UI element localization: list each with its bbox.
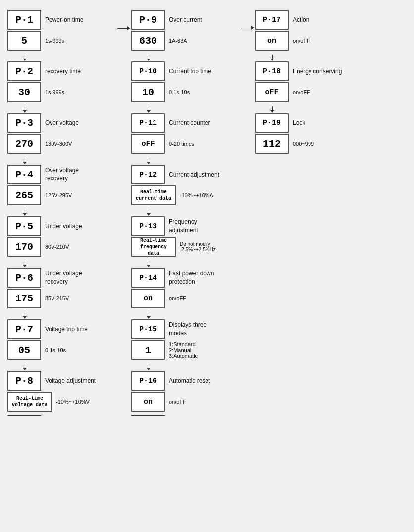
- p3-arrow: [7, 157, 116, 165]
- p15-value: 1: [145, 345, 151, 356]
- p5-range: 80V-210V: [45, 244, 69, 250]
- param-p17: P·17 Action on on/oFF: [255, 10, 364, 51]
- p9-value-box: 630: [131, 31, 165, 51]
- p7-desc: Voltage trip time: [45, 325, 88, 334]
- p11-arrow: [131, 157, 240, 165]
- p8-desc: Voltage adjustment: [45, 377, 96, 385]
- p13-arrow: [131, 260, 240, 268]
- p11-range: 0-20 times: [169, 141, 194, 147]
- param-p3: P·3 Over voltage 270 130V-300V: [7, 113, 116, 154]
- p4-label: P·4: [15, 169, 33, 180]
- p10-arrow: [131, 105, 240, 113]
- p13-value: Real-time frequency data: [133, 237, 174, 257]
- p5-value: 170: [15, 241, 33, 253]
- p18-arrow: [255, 105, 364, 113]
- p12-desc: Current adjustment: [169, 171, 219, 179]
- p16-label: P·16: [139, 377, 157, 385]
- p1-arrow: [7, 54, 116, 61]
- p13-range: Do not modify -2.5%~+2.5%Hz: [180, 241, 216, 252]
- p2-label: P·2: [15, 66, 33, 77]
- p12-range: -10%~+10%A: [180, 192, 213, 198]
- p18-value-box: oFF: [255, 82, 289, 102]
- p10-desc: Current trip time: [169, 67, 211, 76]
- p8-label: P·8: [15, 375, 33, 387]
- p7-range: 0.1s-10s: [45, 347, 66, 353]
- p18-desc: Energy conserving: [293, 67, 342, 76]
- p16-label-box: P·16: [131, 371, 165, 391]
- p12-label: P·12: [139, 171, 157, 179]
- p19-label: P·19: [263, 119, 281, 127]
- p5-arrow: [7, 260, 116, 268]
- p5-value-box: 170: [7, 237, 41, 257]
- p10-label-box: P·10: [131, 61, 165, 81]
- param-p12: P·12 Current adjustment Real-time curren…: [131, 165, 240, 205]
- param-p14: P·14 Fast power down protection on on/oF…: [131, 268, 240, 308]
- p8-value-box: Real-time voltage data: [7, 392, 52, 412]
- p19-label-box: P·19: [255, 113, 289, 133]
- p15-value-box: 1: [131, 340, 165, 360]
- p14-value: on: [144, 295, 153, 303]
- p6-range: 85V-215V: [45, 296, 69, 301]
- p9-arrow: [131, 54, 240, 61]
- param-p4: P·4 Over voltage recovery 265 125V-295V: [7, 165, 116, 205]
- param-p16: P·16 Automatic reset on on/oFF: [131, 371, 240, 412]
- p14-label: P·14: [139, 274, 157, 282]
- p9-label-box: P·9: [131, 10, 165, 30]
- p1-label: P·1: [15, 14, 33, 26]
- p16-value: on: [144, 398, 153, 406]
- p13-label-box: P·13: [131, 216, 165, 236]
- p4-value: 265: [15, 190, 33, 201]
- param-p18: P·18 Energy conserving oFF on/oFF: [255, 61, 364, 102]
- p9-label: P·9: [139, 14, 157, 26]
- p17-value: on: [267, 37, 276, 45]
- p7-label-box: P·7: [7, 319, 41, 339]
- p13-label: P·13: [139, 222, 157, 231]
- p8-label-box: P·8: [7, 371, 41, 391]
- p19-desc: Lock: [293, 119, 305, 127]
- p14-value-box: on: [131, 289, 165, 308]
- p14-range: on/oFF: [169, 296, 186, 301]
- p14-arrow: [131, 311, 240, 319]
- column-3: P·17 Action on on/oFF P·18 Energy conser…: [255, 10, 364, 157]
- p2-range: 1s-999s: [45, 89, 64, 95]
- p12-arrow: [131, 208, 240, 216]
- p6-value-box: 175: [7, 289, 41, 308]
- p5-desc: Under voltage: [45, 222, 82, 231]
- col1-bottom-line: [7, 415, 41, 416]
- param-p6: P·6 Under voltage recovery 175 85V-215V: [7, 268, 116, 308]
- p13-value-box: Real-time frequency data: [131, 237, 176, 257]
- p9-range: 1A-63A: [169, 38, 187, 44]
- p2-arrow: [7, 105, 116, 113]
- p17-arrow: [255, 54, 364, 61]
- p6-arrow: [7, 311, 116, 319]
- p2-value-box: 30: [7, 82, 41, 102]
- p1-range: 1s-999s: [45, 38, 64, 44]
- p18-label: P·18: [263, 67, 281, 76]
- page: P·1 Power-on time 5 1s-999s P·2 recovery…: [0, 0, 414, 426]
- p16-desc: Automatic reset: [169, 377, 210, 385]
- p14-label-box: P·14: [131, 268, 165, 288]
- p15-label-box: P·15: [131, 319, 165, 339]
- p5-label: P·5: [15, 221, 33, 232]
- param-p5: P·5 Under voltage 170 80V-210V: [7, 216, 116, 257]
- arrow-col1-col2: [116, 10, 131, 30]
- param-p8: P·8 Voltage adjustment Real-time voltage…: [7, 371, 116, 412]
- param-p11: P·11 Current counter oFF 0-20 times: [131, 113, 240, 154]
- p3-label-box: P·3: [7, 113, 41, 133]
- column-1: P·1 Power-on time 5 1s-999s P·2 recovery…: [7, 10, 116, 416]
- p5-label-box: P·5: [7, 216, 41, 236]
- p4-label-box: P·4: [7, 165, 41, 184]
- param-p13: P·13 Frequency adjustment Real-time freq…: [131, 216, 240, 257]
- p3-desc: Over voltage: [45, 119, 79, 127]
- p7-value: 05: [18, 345, 30, 356]
- p13-desc: Frequency adjustment: [169, 218, 223, 235]
- col2-bottom-line: [131, 415, 165, 416]
- p9-desc: Over current: [169, 16, 202, 24]
- p7-value-box: 05: [7, 340, 41, 360]
- p3-label: P·3: [15, 118, 33, 129]
- p15-arrow: [131, 363, 240, 371]
- p1-value: 5: [21, 35, 27, 47]
- p11-desc: Current counter: [169, 119, 210, 127]
- p4-desc: Over voltage recovery: [45, 166, 100, 183]
- p7-label: P·7: [15, 324, 33, 335]
